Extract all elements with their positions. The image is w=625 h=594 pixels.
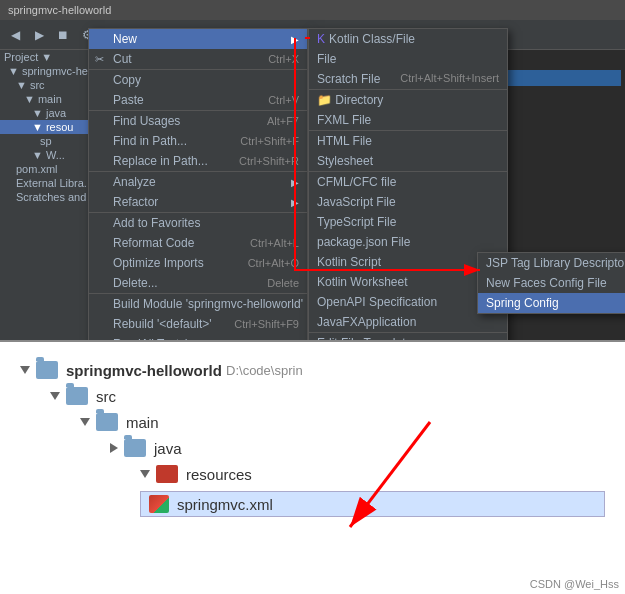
submenu-xml-config[interactable]: JSP Tag Library Descriptor New Faces Con… <box>477 252 625 314</box>
submenu-faces-config[interactable]: New Faces Config File <box>478 273 625 293</box>
forward-button[interactable]: ▶ <box>28 24 50 46</box>
collapse-resources-icon <box>140 470 150 478</box>
menu-add-favorites[interactable]: Add to Favorites <box>89 213 307 233</box>
tree-sp[interactable]: sp <box>0 134 90 148</box>
tree-springmvc[interactable]: ▼ springmvc-helloworld <box>0 64 90 78</box>
ftb-main[interactable]: main <box>80 409 605 435</box>
submenu-html[interactable]: HTML File <box>309 131 507 151</box>
tree-main[interactable]: ▼ main <box>0 92 90 106</box>
titlebar: springmvc-helloworld <box>0 0 625 20</box>
menu-new[interactable]: New ▶ <box>89 29 307 49</box>
tree-resources[interactable]: ▼ resou <box>0 120 90 134</box>
bottom-area: springmvc-helloworld D:\code\sprin src m… <box>0 340 625 594</box>
collapse-icon <box>20 366 30 374</box>
menu-build-module[interactable]: Build Module 'springmvc-helloworld' <box>89 294 307 314</box>
tree-webapp[interactable]: ▼ W... <box>0 148 90 162</box>
menu-optimize[interactable]: Optimize Imports Ctrl+Alt+O <box>89 253 307 273</box>
submenu-file[interactable]: File <box>309 49 507 69</box>
folder-icon-src <box>66 387 88 405</box>
ftb-src[interactable]: src <box>50 383 605 409</box>
java-label: java <box>154 440 182 457</box>
resources-label: resources <box>186 466 252 483</box>
menu-rebuild[interactable]: Rebuild '<default>' Ctrl+Shift+F9 <box>89 314 307 334</box>
tree-project[interactable]: Project ▼ <box>0 50 90 64</box>
submenu-javafx[interactable]: JavaFXApplication <box>309 312 507 333</box>
menu-cut[interactable]: ✂ Cut Ctrl+X <box>89 49 307 70</box>
menu-refactor[interactable]: Refactor ▶ <box>89 192 307 213</box>
ftb-java[interactable]: java <box>110 435 605 461</box>
kotlin-icon: K <box>317 32 325 46</box>
titlebar-title: springmvc-helloworld <box>8 4 617 16</box>
folder-icon-java <box>124 439 146 457</box>
project-panel: Project ▼ ▼ springmvc-helloworld ▼ src ▼… <box>0 50 90 340</box>
menu-analyze[interactable]: Analyze ▶ <box>89 172 307 192</box>
submenu-directory[interactable]: 📁 Directory <box>309 90 507 110</box>
tree-external[interactable]: External Libra... <box>0 176 90 190</box>
tree-pom[interactable]: pom.xml <box>0 162 90 176</box>
stop-button[interactable]: ⏹ <box>52 24 74 46</box>
submenu-edit-templates[interactable]: Edit File Templates... <box>309 333 507 340</box>
back-button[interactable]: ◀ <box>4 24 26 46</box>
context-menu[interactable]: New ▶ ✂ Cut Ctrl+X Copy Paste Ctrl+V Fin… <box>88 28 308 340</box>
menu-paste[interactable]: Paste Ctrl+V <box>89 90 307 111</box>
xml-filename: springmvc.xml <box>177 496 273 513</box>
submenu-kotlin-class[interactable]: KKotlin Class/File <box>309 29 507 49</box>
submenu-jsp-tag[interactable]: JSP Tag Library Descriptor <box>478 253 625 273</box>
submenu-js[interactable]: JavaScript File <box>309 192 507 212</box>
menu-replace[interactable]: Replace in Path... Ctrl+Shift+R <box>89 151 307 172</box>
ftb-xml-file[interactable]: springmvc.xml <box>140 491 605 517</box>
submenu-fxml[interactable]: FXML File <box>309 110 507 131</box>
ide-top-area: springmvc-helloworld ◀ ▶ ⏹ ⚙ 🔨 ▶ Project… <box>0 0 625 340</box>
submenu-spring-config[interactable]: Spring Config <box>478 293 625 313</box>
ftb-resources[interactable]: resources <box>140 461 605 487</box>
xml-file-icon <box>149 495 169 513</box>
menu-copy[interactable]: Copy <box>89 70 307 90</box>
src-label: src <box>96 388 116 405</box>
submenu-pkgjson[interactable]: package.json File <box>309 232 507 252</box>
submenu-scratch[interactable]: Scratch File Ctrl+Alt+Shift+Insert <box>309 69 507 90</box>
folder-icon-main <box>96 413 118 431</box>
tree-java[interactable]: ▼ java <box>0 106 90 120</box>
ftb-root[interactable]: springmvc-helloworld D:\code\sprin <box>20 357 605 383</box>
collapse-main-icon <box>80 418 90 426</box>
menu-reformat[interactable]: Reformat Code Ctrl+Alt+L <box>89 233 307 253</box>
tree-src[interactable]: ▼ src <box>0 78 90 92</box>
run-icon: ▶ <box>95 338 103 341</box>
menu-find-in-path[interactable]: Find in Path... Ctrl+Shift+F <box>89 131 307 151</box>
menu-find-usages[interactable]: Find Usages Alt+F7 <box>89 111 307 131</box>
submenu-stylesheet[interactable]: Stylesheet <box>309 151 507 172</box>
folder-icon-resources <box>156 465 178 483</box>
folder-icon-root <box>36 361 58 379</box>
file-tree-bottom: springmvc-helloworld D:\code\sprin src m… <box>0 342 625 532</box>
submenu-cfml[interactable]: CFML/CFC file <box>309 172 507 192</box>
submenu-ts[interactable]: TypeScript File <box>309 212 507 232</box>
project-path: D:\code\sprin <box>226 363 303 378</box>
collapse-src-icon <box>50 392 60 400</box>
menu-run-tests[interactable]: ▶ Run 'All Tests' <box>89 334 307 340</box>
cut-icon: ✂ <box>95 53 104 66</box>
expand-java-icon <box>110 443 118 453</box>
submenu-arrow-new: ▶ <box>291 34 299 45</box>
arrow-analyze: ▶ <box>291 177 299 188</box>
project-name: springmvc-helloworld <box>66 362 222 379</box>
menu-delete[interactable]: Delete... Delete <box>89 273 307 294</box>
arrow-refactor: ▶ <box>291 197 299 208</box>
tree-scratches[interactable]: Scratches and C... <box>0 190 90 204</box>
main-label: main <box>126 414 159 431</box>
watermark: CSDN @Wei_Hss <box>530 578 619 590</box>
